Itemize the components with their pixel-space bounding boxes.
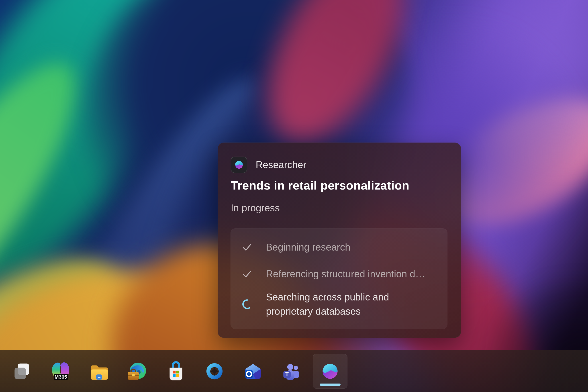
card-header: Researcher (231, 156, 306, 173)
edge-icon (126, 360, 148, 382)
check-icon (242, 242, 253, 253)
step-label: Searching across public and proprietary … (266, 290, 422, 318)
microsoft-store-icon (165, 360, 187, 382)
taskbar-researcher-button[interactable] (313, 354, 348, 389)
step-row: Searching across public and proprietary … (242, 289, 438, 320)
progress-spinner-icon (242, 298, 253, 310)
card-status: In progress (231, 202, 280, 214)
outlook-icon (242, 360, 264, 382)
step-label: Beginning research (266, 240, 350, 254)
copilot-agents-icon (204, 360, 226, 382)
card-title: Trends in retail personalization (231, 178, 409, 193)
researcher-logo-icon (234, 159, 244, 170)
active-app-indicator (320, 384, 340, 386)
researcher-app-icon (231, 156, 247, 173)
researcher-icon (319, 360, 341, 382)
m365-badge-label: M365 (54, 374, 67, 380)
file-explorer-icon (88, 360, 110, 382)
researcher-notification-card[interactable]: Researcher Trends in retail personalizat… (218, 142, 461, 338)
taskbar: M365 (0, 350, 588, 392)
app-name: Researcher (256, 159, 306, 170)
step-label: Referencing structured invention d… (266, 267, 425, 281)
teams-icon: T (281, 360, 302, 382)
step-row: Referencing structured invention d… (242, 267, 438, 281)
m365-copilot-icon: M365 (50, 360, 71, 382)
taskbar-microsoft-store-button[interactable] (158, 354, 193, 389)
teams-badge-label: T (285, 371, 289, 377)
taskbar-outlook-button[interactable] (236, 354, 270, 389)
taskbar-copilot-agents-button[interactable] (197, 354, 232, 389)
task-view-icon (11, 360, 33, 382)
check-icon (242, 268, 253, 280)
taskbar-m365-copilot-button[interactable]: M365 (43, 354, 78, 389)
step-row: Beginning research (242, 240, 438, 254)
taskbar-edge-button[interactable] (120, 354, 155, 389)
taskbar-task-view-button[interactable] (4, 354, 39, 389)
taskbar-teams-button[interactable]: T (274, 354, 309, 389)
progress-steps-panel: Beginning research Referencing structure… (230, 228, 448, 329)
taskbar-file-explorer-button[interactable] (82, 354, 116, 389)
